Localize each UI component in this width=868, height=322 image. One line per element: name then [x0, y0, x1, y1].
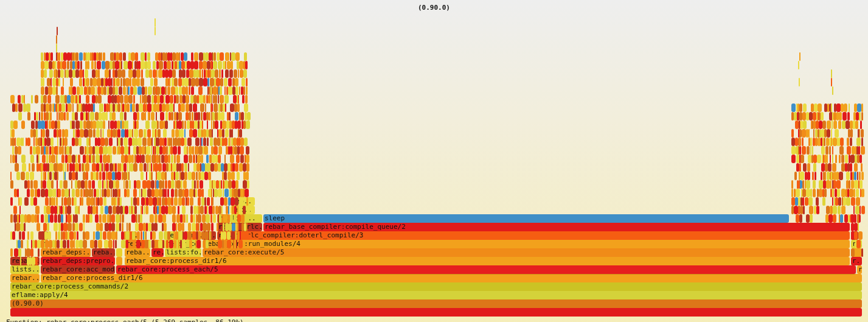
flame-sliver[interactable]	[156, 69, 158, 78]
flame-sliver[interactable]	[236, 155, 240, 163]
flame-sliver[interactable]	[120, 197, 122, 206]
flame-sliver[interactable]	[27, 138, 30, 146]
flame-sliver[interactable]	[68, 155, 72, 163]
flame-sliver[interactable]	[175, 231, 178, 240]
flame-sliver[interactable]	[147, 129, 151, 138]
flame-spike[interactable]	[831, 78, 832, 86]
flame-sliver[interactable]	[41, 121, 45, 129]
flame-sliver[interactable]	[165, 180, 167, 189]
flame-sliver[interactable]	[136, 180, 141, 189]
flame-sliver[interactable]	[157, 172, 161, 180]
flame-sliver[interactable]	[231, 231, 235, 240]
flame-sliver[interactable]	[238, 95, 239, 103]
flame-sliver[interactable]	[191, 86, 194, 95]
flame-sliver[interactable]	[12, 129, 15, 138]
flamegraph[interactable]: (0.90.0)eflame:apply/4rebar_core:process…	[4, 12, 864, 316]
flame-sliver[interactable]	[239, 61, 243, 69]
flame-sliver[interactable]	[859, 112, 861, 121]
flame-sliver[interactable]	[19, 231, 21, 240]
flame-sliver[interactable]	[829, 146, 831, 155]
flame-sliver[interactable]	[128, 61, 132, 69]
flame-frame[interactable]: rebar_core:process_commands/2	[10, 282, 862, 291]
flame-sliver[interactable]	[822, 121, 826, 129]
flame-spike[interactable]	[210, 78, 212, 86]
flame-sliver[interactable]	[244, 138, 248, 146]
flame-sliver[interactable]	[50, 78, 52, 86]
flame-sliver[interactable]	[137, 231, 140, 240]
flame-sliver[interactable]	[136, 78, 140, 86]
flame-sliver[interactable]	[159, 121, 164, 129]
flame-sliver[interactable]	[88, 180, 91, 189]
flame-sliver[interactable]	[136, 121, 139, 129]
flame-sliver[interactable]	[150, 155, 151, 163]
flame-sliver[interactable]	[105, 223, 109, 231]
flame-sliver[interactable]	[198, 180, 199, 189]
flame-sliver[interactable]	[36, 223, 40, 231]
flame-sliver[interactable]	[229, 112, 231, 121]
flame-sliver[interactable]	[220, 95, 224, 103]
flame-sliver[interactable]	[857, 103, 861, 112]
flame-sliver[interactable]	[16, 138, 21, 146]
flame-sliver[interactable]	[241, 112, 244, 121]
flame-sliver[interactable]	[102, 112, 106, 121]
flame-sliver[interactable]	[225, 61, 226, 69]
flame-spike[interactable]	[799, 121, 800, 129]
flame-sliver[interactable]	[184, 155, 188, 163]
flame-sliver[interactable]	[10, 180, 13, 189]
flame-sliver[interactable]	[850, 163, 852, 172]
flame-sliver[interactable]	[240, 146, 244, 155]
flame-spike[interactable]	[212, 129, 213, 138]
flame-sliver[interactable]	[808, 197, 813, 206]
flame-sliver[interactable]	[49, 163, 54, 172]
flame-sliver[interactable]	[244, 103, 248, 112]
flame-sliver[interactable]	[26, 172, 29, 180]
flame-sliver[interactable]	[27, 240, 29, 248]
flame-sliver[interactable]	[122, 69, 125, 78]
flame-sliver[interactable]	[859, 172, 861, 180]
flame-sliver[interactable]	[202, 189, 204, 197]
flame-sliver[interactable]	[838, 206, 841, 214]
flame-sliver[interactable]	[235, 78, 238, 86]
flame-sliver[interactable]	[55, 231, 57, 240]
flame-sliver[interactable]	[121, 240, 125, 248]
flame-sliver[interactable]	[228, 78, 232, 86]
flame-sliver[interactable]	[43, 180, 46, 189]
flame-sliver[interactable]	[194, 61, 198, 69]
flame-sliver[interactable]	[213, 61, 217, 69]
flame-sliver[interactable]	[173, 103, 175, 112]
flame-sliver[interactable]	[223, 231, 226, 240]
flame-sliver[interactable]	[214, 103, 218, 112]
flame-sliver[interactable]	[86, 95, 89, 103]
flame-sliver[interactable]	[856, 240, 861, 248]
flame-sliver[interactable]	[141, 52, 145, 61]
flame-sliver[interactable]	[95, 155, 100, 163]
flame-sliver[interactable]	[803, 103, 807, 112]
flame-sliver[interactable]	[199, 78, 203, 86]
flame-sliver[interactable]	[217, 223, 218, 231]
flame-sliver[interactable]	[131, 214, 136, 223]
flame-sliver[interactable]	[127, 163, 128, 172]
flame-sliver[interactable]	[206, 240, 209, 248]
flame-sliver[interactable]	[201, 112, 203, 121]
flame-sliver[interactable]	[215, 69, 218, 78]
flame-sliver[interactable]	[123, 52, 126, 61]
flame-sliver[interactable]	[243, 180, 247, 189]
flame-sliver[interactable]	[31, 121, 35, 129]
flame-sliver[interactable]	[58, 129, 61, 138]
flame-sliver[interactable]	[159, 155, 161, 163]
flame-sliver[interactable]	[159, 231, 163, 240]
flame-frame[interactable]: lists:fo.	[165, 248, 201, 257]
flame-sliver[interactable]	[86, 197, 91, 206]
flame-frame[interactable]: sleep	[263, 214, 789, 223]
flame-sliver[interactable]	[31, 257, 35, 265]
flame-sliver[interactable]	[139, 163, 143, 172]
flame-spike[interactable]	[831, 138, 832, 146]
flame-sliver[interactable]	[178, 189, 182, 197]
flame-sliver[interactable]	[243, 69, 247, 78]
flame-sliver[interactable]	[807, 172, 810, 180]
flame-sliver[interactable]	[142, 189, 147, 197]
flame-sliver[interactable]	[86, 172, 88, 180]
flame-sliver[interactable]	[231, 197, 235, 206]
flame-sliver[interactable]	[837, 189, 840, 197]
flame-sliver[interactable]	[184, 231, 187, 240]
